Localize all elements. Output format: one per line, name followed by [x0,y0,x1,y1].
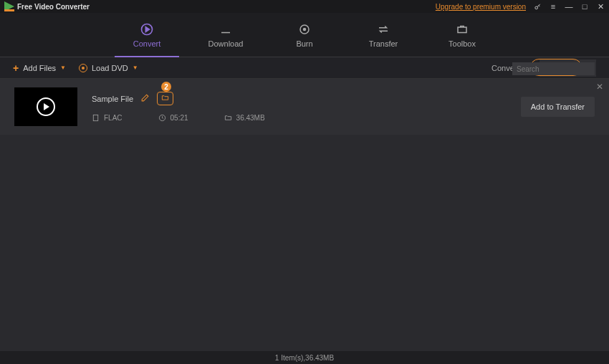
file-name: Sample File [92,95,133,103]
format-meta: FLAC [92,114,123,122]
callout-badge-2: 2 [161,82,171,92]
svg-point-3 [304,28,306,30]
nav-transfer-label: Transfer [369,39,398,48]
load-dvd-button[interactable]: Load DVD ▼ [79,64,138,72]
duration-meta: 05:21 [158,114,188,122]
file-format: FLAC [104,114,123,122]
edit-icon[interactable] [140,93,150,104]
open-folder-button[interactable] [157,92,173,105]
footer-status: 1 Item(s),36.43MB [275,354,334,362]
file-item: ✕ Sample File 2 FLAC 05:21 [0,79,609,135]
minimize-icon[interactable]: — [565,2,573,11]
svg-rect-4 [458,27,466,33]
size-meta: 36.43MB [224,114,265,122]
add-files-label: Add Files [23,64,56,72]
load-dvd-label: Load DVD [92,64,128,72]
nav-burn-label: Burn [296,39,312,48]
chevron-down-icon: ▼ [60,64,66,71]
nav-transfer[interactable]: Transfer [358,13,408,57]
search-input[interactable] [512,62,595,75]
add-to-transfer-button[interactable]: Add to Transfer [521,97,595,117]
add-files-button[interactable]: + Add Files ▼ [13,62,66,74]
play-icon [37,97,55,116]
format-icon [92,114,100,122]
nav-convert[interactable]: Convert [122,13,172,57]
nav-toolbox[interactable]: Toolbox [437,13,487,57]
menu-icon[interactable]: ≡ [549,2,557,11]
file-duration: 05:21 [171,114,188,122]
nav-download[interactable]: Download [201,13,251,57]
logo-accent [4,9,14,11]
toolbox-icon [455,22,469,37]
thumbnail[interactable] [14,87,77,126]
chevron-down-icon: ▼ [133,64,138,71]
key-icon[interactable] [533,2,542,11]
maximize-icon[interactable]: □ [580,2,589,11]
nav-convert-label: Convert [133,39,161,48]
download-icon [219,22,233,37]
nav-toolbox-label: Toolbox [449,39,476,48]
plus-icon: + [13,62,19,74]
svg-rect-5 [93,115,97,120]
nav-download-label: Download [208,39,244,48]
transfer-icon [376,22,390,37]
upgrade-link[interactable]: Upgrade to premium version [436,3,526,11]
file-size: 36.43MB [236,114,265,122]
folder-icon [224,114,232,122]
clock-icon [158,114,166,122]
burn-icon [297,22,312,37]
nav-burn[interactable]: Burn [279,13,330,57]
convert-icon [140,22,154,37]
app-title: Free Video Converter [17,3,90,11]
remove-item-icon[interactable]: ✕ [596,82,603,92]
disc-icon [79,64,87,72]
close-icon[interactable]: ✕ [596,2,605,11]
